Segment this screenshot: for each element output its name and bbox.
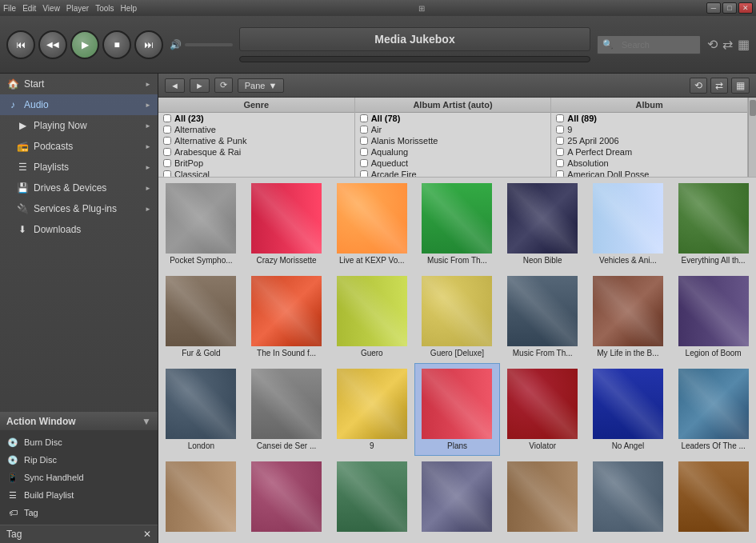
album-cell-london[interactable]: London: [158, 363, 244, 456]
forward-button[interactable]: ►: [190, 78, 210, 93]
menu-file[interactable]: File: [3, 4, 16, 13]
album-cell-album26[interactable]: [500, 456, 586, 540]
album-cell-album24[interactable]: [329, 456, 414, 540]
album-cell-album28[interactable]: [670, 456, 756, 540]
genre-alternative-checkbox[interactable]: [163, 126, 171, 134]
artist-aqueduct-checkbox[interactable]: [360, 159, 368, 167]
sidebar-item-downloads[interactable]: ⬇ Downloads: [0, 219, 158, 240]
sidebar-item-start[interactable]: 🏠 Start ►: [0, 74, 158, 94]
album-cell-pocket-symph[interactable]: Pocket Sympho...: [158, 178, 244, 270]
view-grid-button[interactable]: ▦: [731, 78, 750, 94]
sidebar-item-playlists[interactable]: ☰ Playlists ►: [0, 157, 158, 178]
album-cell-music-from[interactable]: Music From Th...: [414, 178, 500, 270]
album-cell-violator[interactable]: Violator: [500, 363, 586, 456]
previous-button[interactable]: ⏮: [6, 30, 35, 59]
album-cell-neon-bible[interactable]: Neon Bible: [500, 178, 586, 270]
action-sync-handheld[interactable]: 📱 Sync Handheld: [6, 469, 151, 486]
artist-item-arcade-fire[interactable]: Arcade Fire: [355, 169, 551, 177]
progress-bar[interactable]: [239, 56, 590, 62]
album-cell-album23[interactable]: [244, 456, 330, 540]
artist-arcade-fire-checkbox[interactable]: [360, 170, 368, 177]
album-25apr-checkbox[interactable]: [556, 137, 564, 145]
album-item-perfect-dream[interactable]: A Perfect Dream: [551, 146, 747, 158]
album-cell-cansei-ser[interactable]: Cansei de Ser ...: [244, 363, 330, 456]
sidebar-item-services[interactable]: 🔌 Services & Plug-ins ►: [0, 198, 158, 219]
genre-item-all[interactable]: All (23): [158, 113, 354, 124]
genre-item-alt-punk[interactable]: Alternative & Punk: [158, 135, 354, 146]
album-cell-guero[interactable]: Guero: [329, 270, 414, 363]
sidebar-item-drives[interactable]: 💾 Drives & Devices ►: [0, 178, 158, 198]
album-american-doll-checkbox[interactable]: [556, 170, 564, 177]
album-cell-plans[interactable]: Plans: [414, 363, 500, 456]
artist-item-alanis[interactable]: Alanis Morissette: [355, 135, 551, 146]
action-rip-disc[interactable]: 💿 Rip Disc: [6, 451, 151, 469]
artist-air-checkbox[interactable]: [360, 126, 368, 134]
refresh-button[interactable]: ⟳: [214, 78, 233, 93]
genre-item-alternative[interactable]: Alternative: [158, 124, 354, 135]
album-item-american-doll[interactable]: American Doll Posse: [551, 169, 747, 177]
album-item-25apr[interactable]: 25 April 2006: [551, 135, 747, 146]
next-button[interactable]: ⏭: [134, 30, 163, 59]
sidebar-item-podcasts[interactable]: 📻 Podcasts ►: [0, 136, 158, 157]
action-window-header[interactable]: Action Window ▼: [0, 413, 158, 430]
volume-slider[interactable]: [185, 43, 233, 46]
album-9-checkbox[interactable]: [556, 126, 564, 134]
rewind-button[interactable]: ◀◀: [38, 30, 67, 59]
genre-britpop-checkbox[interactable]: [163, 159, 171, 167]
album-item-all[interactable]: All (89): [551, 113, 747, 124]
close-button[interactable]: ✕: [738, 2, 753, 14]
action-burn-disc[interactable]: 💿 Burn Disc: [6, 433, 151, 451]
menu-player[interactable]: Player: [66, 4, 89, 13]
back-button[interactable]: ◄: [165, 78, 185, 93]
album-item-absolution[interactable]: Absolution: [551, 158, 747, 169]
album-cell-crazy-morissette[interactable]: Crazy Morissette: [244, 178, 330, 270]
artist-item-all[interactable]: All (78): [355, 113, 551, 124]
sidebar-item-audio[interactable]: ♪ Audio ►: [0, 94, 158, 115]
artist-alanis-checkbox[interactable]: [360, 137, 368, 145]
artist-all-checkbox[interactable]: [360, 114, 368, 122]
equalizer-icon[interactable]: ▦: [738, 37, 750, 52]
album-cell-nine[interactable]: 9: [329, 363, 414, 456]
genre-item-classical[interactable]: Classical: [158, 169, 354, 177]
album-cell-everything-all[interactable]: Everything All th...: [670, 178, 756, 270]
maximize-button[interactable]: □: [722, 2, 737, 14]
view-shuffle-button[interactable]: ⇄: [710, 78, 728, 94]
genre-item-britpop[interactable]: BritPop: [158, 158, 354, 169]
album-cell-legion-boom[interactable]: Legion of Boom: [670, 270, 756, 363]
genre-item-arabesque[interactable]: Arabesque & Rai: [158, 146, 354, 158]
album-cell-album27[interactable]: [586, 456, 671, 540]
album-absolution-checkbox[interactable]: [556, 159, 564, 167]
album-cell-vehicles-ani[interactable]: Vehicles & Ani...: [586, 178, 671, 270]
action-tag[interactable]: 🏷 Tag: [6, 504, 151, 521]
album-item-9[interactable]: 9: [551, 124, 747, 135]
genre-alt-punk-checkbox[interactable]: [163, 137, 171, 145]
menu-help[interactable]: Help: [121, 4, 138, 13]
tag-bar-close[interactable]: ✕: [143, 529, 151, 540]
album-perfect-dream-checkbox[interactable]: [556, 148, 564, 156]
stop-button[interactable]: ■: [102, 30, 131, 59]
shuffle-icon[interactable]: ⇄: [722, 37, 733, 52]
artist-item-aqualung[interactable]: Aqualung: [355, 146, 551, 158]
album-cell-guero-deluxe[interactable]: Guero [Deluxe]: [414, 270, 500, 363]
action-build-playlist[interactable]: ☰ Build Playlist: [6, 486, 151, 504]
artist-item-air[interactable]: Air: [355, 124, 551, 135]
genre-arabesque-checkbox[interactable]: [163, 148, 171, 156]
album-cell-album22[interactable]: [158, 456, 244, 540]
menu-view[interactable]: View: [42, 4, 60, 13]
view-repeat-button[interactable]: ⟲: [690, 78, 707, 94]
album-cell-leaders[interactable]: Leaders Of The ...: [670, 363, 756, 456]
album-cell-music-from2[interactable]: Music From Th...: [500, 270, 586, 363]
menu-edit[interactable]: Edit: [22, 4, 36, 13]
filter-scrollbar[interactable]: [748, 98, 756, 177]
album-cell-album25[interactable]: [414, 456, 500, 540]
artist-item-aqueduct[interactable]: Aqueduct: [355, 158, 551, 169]
sidebar-item-playing-now[interactable]: ▶ Playing Now ►: [0, 115, 158, 136]
album-cell-live-kexp[interactable]: Live at KEXP Vo...: [329, 178, 414, 270]
genre-classical-checkbox[interactable]: [163, 170, 171, 177]
album-cell-in-sound[interactable]: The In Sound f...: [244, 270, 330, 363]
album-cell-no-angel[interactable]: No Angel: [586, 363, 671, 456]
album-cell-fur-gold[interactable]: Fur & Gold: [158, 270, 244, 363]
minimize-button[interactable]: ─: [706, 2, 721, 14]
artist-aqualung-checkbox[interactable]: [360, 148, 368, 156]
repeat-icon[interactable]: ⟲: [707, 37, 718, 52]
